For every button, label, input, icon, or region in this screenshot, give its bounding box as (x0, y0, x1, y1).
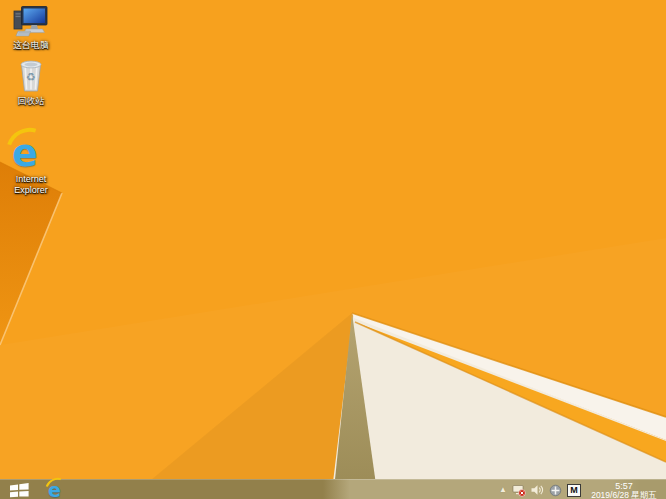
this-pc-label: 这台电脑 (13, 40, 49, 51)
hidden-icons-chevron-icon[interactable]: ▲ (499, 483, 507, 497)
system-tray: ▲ M 5:57 (499, 480, 666, 499)
windows-logo-icon (10, 483, 29, 498)
internet-explorer-icon: e (12, 134, 50, 172)
desktop-icon-internet-explorer[interactable]: e Internet Explorer (0, 134, 62, 196)
clock-date: 2019/6/28 星期五 (586, 491, 662, 499)
svg-text:♻: ♻ (26, 71, 36, 84)
taskbar-ie-button[interactable]: e (46, 480, 72, 499)
ime-mode-letter: M (570, 486, 578, 495)
this-pc-icon (13, 4, 49, 38)
recycle-bin-icon: ♻ (18, 58, 44, 94)
windows-desktop: { "wallpaper": { "base_color": "#F7A11E"… (0, 0, 666, 499)
taskbar-clock[interactable]: 5:57 2019/6/28 星期五 (586, 481, 662, 499)
clock-time: 5:57 (586, 481, 662, 491)
taskbar-ie-icon: e (48, 481, 70, 499)
taskbar: e ▲ M (0, 479, 666, 499)
volume-icon[interactable] (531, 483, 544, 497)
start-button[interactable] (7, 482, 31, 499)
desktop-icon-recycle-bin[interactable]: ♻ 回收站 (0, 58, 62, 107)
network-disconnected-icon[interactable] (512, 483, 526, 497)
tray-utility-circle-icon[interactable] (549, 483, 562, 497)
recycle-bin-label: 回收站 (18, 96, 45, 107)
internet-explorer-label: Internet Explorer (2, 174, 60, 196)
desktop-icon-this-pc[interactable]: 这台电脑 (0, 4, 62, 51)
ime-indicator[interactable]: M (567, 484, 581, 497)
desktop-wallpaper[interactable] (0, 0, 666, 499)
